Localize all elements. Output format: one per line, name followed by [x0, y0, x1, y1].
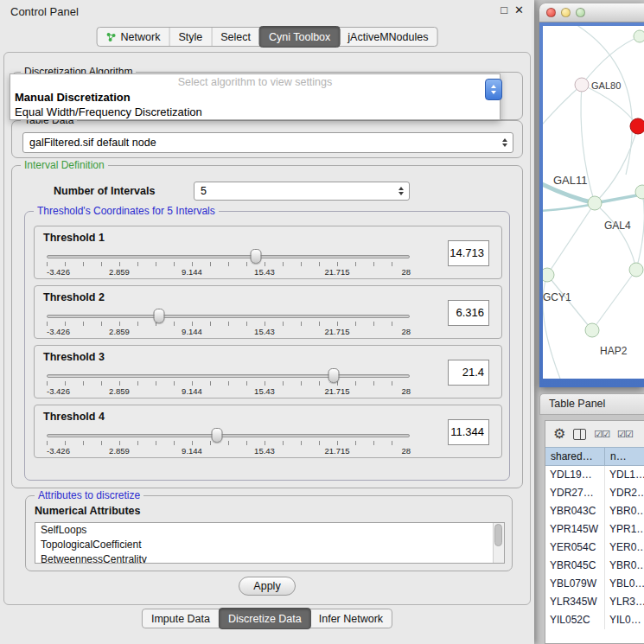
table-row[interactable]: YDR27… YDR2…: [545, 484, 644, 502]
network-node-hap2[interactable]: [585, 323, 599, 337]
table-data-combo[interactable]: galFiltered.sif default node: [22, 132, 513, 153]
column-header-name[interactable]: n…: [605, 448, 644, 465]
close-panel-icon[interactable]: ✕: [514, 3, 524, 16]
slider-track[interactable]: [47, 374, 410, 378]
tab-style[interactable]: Style: [169, 28, 212, 46]
minimize-window-icon[interactable]: [561, 8, 571, 17]
apply-button[interactable]: Apply: [239, 577, 296, 596]
table-row[interactable]: YLR345W YLR3…: [545, 593, 644, 611]
gear-icon[interactable]: ⚙: [553, 427, 565, 441]
node-label-gal4: GAL4: [604, 220, 631, 232]
table-cell[interactable]: YDR2…: [605, 484, 644, 502]
slider-ticks: [47, 381, 410, 386]
table-cell[interactable]: YER054C: [545, 539, 605, 557]
slider-thumb[interactable]: [328, 368, 339, 383]
network-canvas[interactable]: GAL80 GAL11 GAL4 GCY1 HAP2: [543, 26, 644, 379]
columns-icon[interactable]: [573, 429, 586, 440]
table-cell[interactable]: YDL19…: [545, 466, 605, 484]
threshold-4-value-field[interactable]: 11.344: [448, 419, 489, 445]
table-cell[interactable]: YDR27…: [545, 484, 605, 502]
table-row[interactable]: YBL079W YBL0…: [545, 575, 644, 593]
tab-label: Impute Data: [151, 613, 210, 625]
list-item[interactable]: SelfLoops: [35, 523, 504, 538]
network-node-selected[interactable]: [630, 118, 644, 134]
threshold-3-value-field[interactable]: 21.4: [448, 360, 489, 386]
slider-ticks: [47, 441, 410, 445]
tab-network[interactable]: Network: [98, 28, 170, 46]
column-header-shared-name[interactable]: shared…: [545, 448, 605, 465]
float-panel-icon[interactable]: □: [501, 3, 507, 16]
table-cell[interactable]: YBR045C: [545, 557, 605, 575]
table-cell[interactable]: YLR3…: [605, 593, 644, 611]
tab-cyni-toolbox[interactable]: Cyni Toolbox: [259, 26, 340, 48]
tab-jactivemnodules[interactable]: jActiveMNodules: [339, 28, 437, 46]
slider-scale: -3.426 2.859 9.144 15.43 21.715 28: [47, 446, 410, 456]
tab-impute-data[interactable]: Impute Data: [143, 609, 220, 628]
table-cell[interactable]: YPR1…: [605, 520, 644, 539]
network-node[interactable]: [629, 263, 643, 277]
table-cell[interactable]: YBL0…: [605, 575, 644, 593]
table-cell[interactable]: YBR043C: [545, 502, 605, 520]
cyni-toolbox-panel: Discretization Algorithm Select algorith…: [3, 52, 531, 605]
close-window-icon[interactable]: [546, 8, 556, 17]
threshold-label: Threshold 3: [43, 351, 105, 363]
tab-select[interactable]: Select: [212, 28, 260, 46]
table-cell[interactable]: YIL0…: [605, 611, 644, 629]
slider-track[interactable]: [47, 255, 410, 258]
threshold-3-slider[interactable]: -3.426 2.859 9.144 15.43 21.715 28: [47, 367, 410, 398]
network-node[interactable]: [634, 30, 644, 42]
scrollbar-thumb[interactable]: [494, 524, 502, 546]
node-label-hap2: HAP2: [600, 345, 628, 357]
table-cell[interactable]: YBL079W: [545, 575, 605, 593]
tab-discretize-data[interactable]: Discretize Data: [219, 608, 311, 629]
zoom-window-icon[interactable]: [576, 8, 585, 17]
list-scrollbar[interactable]: [493, 523, 504, 563]
algorithm-combo-button[interactable]: [485, 79, 502, 100]
threshold-2-value-field[interactable]: 6.316: [448, 300, 489, 326]
slider-ticks: [47, 262, 410, 266]
network-canvas-wrap: GAL80 GAL11 GAL4 GCY1 HAP2: [543, 26, 644, 379]
slider-track[interactable]: [47, 434, 410, 437]
network-node-gal80[interactable]: [575, 78, 589, 92]
table-cell[interactable]: YIL052C: [545, 611, 605, 629]
list-item[interactable]: BetweennessCentrality: [35, 552, 504, 564]
dropdown-option-equal-width-frequency[interactable]: Equal Width/Frequency Discretization: [10, 105, 500, 119]
table-row[interactable]: YPR145W YPR1…: [545, 520, 644, 539]
list-item[interactable]: TopologicalCoefficient: [35, 538, 504, 552]
combo-stepper-icon: [399, 187, 409, 195]
table-row[interactable]: YER054C YER0…: [545, 539, 644, 557]
threshold-2-slider[interactable]: -3.426 2.859 9.144 15.43 21.715 28: [47, 307, 410, 338]
number-of-intervals-combo[interactable]: 5: [194, 182, 410, 201]
group-title: Attributes to discretize: [35, 489, 143, 502]
select-rows-icon[interactable]: ☑☑: [617, 429, 633, 440]
slider-thumb[interactable]: [212, 428, 223, 443]
network-node-gcy1[interactable]: [543, 268, 554, 282]
threshold-1-value-field[interactable]: 14.713: [448, 240, 489, 266]
network-window-titlebar[interactable]: [539, 3, 644, 22]
node-label-gal80: GAL80: [591, 80, 621, 91]
table-row[interactable]: YBR045C YBR0…: [545, 557, 644, 575]
cyni-bottom-tabbar: Impute Data Discretize Data Infer Networ…: [142, 609, 392, 628]
table-cell[interactable]: YLR345W: [545, 593, 605, 611]
table-cell[interactable]: YBR0…: [605, 502, 644, 520]
table-row[interactable]: YBR043C YBR0…: [545, 502, 644, 520]
network-node-gal4[interactable]: [588, 196, 602, 210]
group-title: Interval Definition: [21, 159, 108, 172]
table-row[interactable]: YIL052C YIL0…: [545, 611, 644, 629]
table-row[interactable]: YDL19… YDL1…: [545, 466, 644, 484]
table-cell[interactable]: YDL1…: [605, 466, 644, 484]
tab-infer-network[interactable]: Infer Network: [310, 609, 392, 628]
table-cell[interactable]: YER0…: [605, 539, 644, 557]
table-cell[interactable]: YPR145W: [545, 520, 605, 539]
network-view-window: GAL80 GAL11 GAL4 GCY1 HAP2: [539, 3, 644, 387]
select-columns-icon[interactable]: ☑☑: [594, 429, 609, 440]
tab-label: Network: [121, 31, 161, 43]
threshold-1-slider[interactable]: -3.426 2.859 9.144 15.43 21.715 28: [47, 247, 410, 278]
dropdown-option-manual-discretization[interactable]: Manual Discretization: [10, 90, 500, 105]
slider-track[interactable]: [47, 315, 410, 318]
slider-thumb[interactable]: [154, 309, 165, 323]
table-cell[interactable]: YBR0…: [605, 557, 644, 575]
threshold-4-slider[interactable]: -3.426 2.859 9.144 15.43 21.715 28: [47, 426, 410, 457]
slider-thumb[interactable]: [251, 249, 262, 264]
table-panel-window: ⚙ ☑☑ ☑☑ shared… n… YDL19… YDL1… YDR27… Y…: [545, 420, 644, 644]
